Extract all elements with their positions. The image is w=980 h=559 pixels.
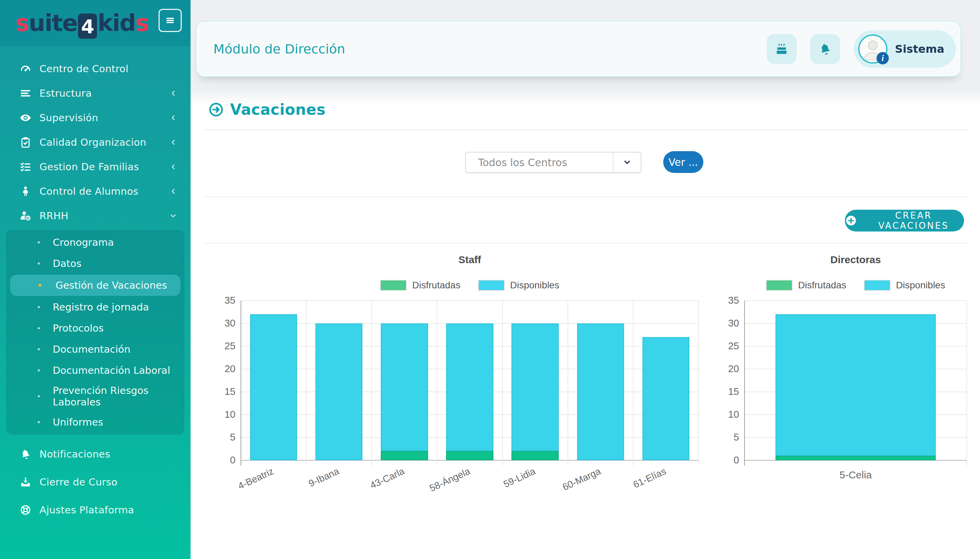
bar-disponibles-5-celia [775,314,935,455]
chevron-down-icon [169,212,178,220]
download-tray-icon [19,476,32,488]
crear-vacaciones-button[interactable]: CREAR VACACIONES [845,210,964,232]
y-axis-tick-label: 25 [715,341,739,352]
sidebar-item-ajustes-plataforma[interactable]: Ajustes Plataforma [0,499,191,521]
notifications-button[interactable] [810,34,840,64]
gridline [698,301,699,466]
logo-band: suite4kids [0,0,191,46]
gridline [744,414,967,415]
logo-text: uite [28,9,77,36]
sidebar-item-estructura[interactable]: Estructura [0,82,191,104]
bar-disfrutadas-58-ngela [446,451,493,460]
birthdays-button[interactable] [767,34,797,64]
sidebar-item-notificaciones[interactable]: Notificaciones [0,443,191,465]
avatar: i [858,35,888,64]
x-axis-tick-label: 60-Marga [561,466,602,493]
x-axis-tick-label: 59-Lidia [502,466,537,490]
arrow-circle-right-icon [208,102,230,117]
gridline [744,460,967,461]
logo-text: s [16,9,28,36]
bell-icon [818,42,832,56]
submenu-item-registro-de-jornada[interactable]: Registro de jornada [8,296,183,318]
main-content: Módulo de Dirección [191,0,980,559]
bullet-icon [38,421,40,423]
legend-entry-disponibles: Disponibles [478,280,559,291]
chevron-left-icon [169,162,178,171]
gridline [241,437,699,438]
rrhh-submenu: Cronograma Datos Gestión de Vacaciones R… [6,230,185,435]
y-axis-tick-label: 10 [212,409,236,420]
x-axis-tick-label: 61-Elías [632,466,668,490]
clipboard-check-icon [19,136,32,149]
child-icon [19,185,32,198]
bullet-icon [38,369,40,371]
bullet-icon [38,348,40,350]
submenu-item-label: Documentación [53,344,130,355]
legend-label: Disponibles [896,280,945,291]
crear-vacaciones-label: CREAR VACACIONES [863,210,964,231]
gridline [241,414,699,415]
sidebar-item-label: RRHH [40,210,68,222]
ver-button[interactable]: Ver ... [663,151,703,173]
birthday-cake-icon [774,42,789,56]
sidebar-item-supervision[interactable]: Supervisión [0,107,191,129]
sidebar-item-label: Estructura [40,88,92,99]
y-axis-tick-label: 15 [212,386,236,397]
chevron-left-icon [169,89,178,98]
divider [203,129,970,130]
submenu-item-gestion-de-vacaciones[interactable]: Gestión de Vacaciones [10,275,180,296]
bullet-icon [38,284,41,287]
stream-icon [19,87,32,100]
chart-canvas-directoras[interactable]: 051015202530355-Celia [744,301,967,460]
x-axis-tick-label: 9-Ibana [307,466,341,489]
sidebar-item-cierre-de-curso[interactable]: Cierre de Curso [0,471,191,493]
gridline [744,392,967,392]
gridline [371,301,372,466]
legend-swatch-disponibles [864,280,891,291]
chart-canvas-staff[interactable]: 051015202530354-Beatriz9-Ibana43-Carla58… [241,301,699,460]
chevron-down-icon [613,152,641,172]
sidebar-item-label: Cierre de Curso [40,476,117,488]
life-ring-icon [19,503,32,516]
submenu-item-protocolos[interactable]: Protocolos [8,318,183,339]
gridline [241,369,699,369]
app-logo[interactable]: suite4kids [16,9,149,37]
bar-disfrutadas-59-lidia [511,451,558,460]
gridline [744,323,967,324]
bar-disponibles-4-beatriz [250,314,297,460]
centros-select[interactable]: Todos los Centros [465,152,642,173]
plus-circle-icon [845,215,857,227]
gauge-icon [19,62,32,75]
user-clock-icon [19,209,32,222]
submenu-item-uniformes[interactable]: Uniformes [8,412,183,433]
header-actions: i Sistema [767,30,960,68]
y-axis-tick-label: 20 [715,363,739,374]
submenu-item-documentacion[interactable]: Documentación [8,339,183,360]
submenu-item-prevencion-riesgos-laborales[interactable]: Prevención Riesgos Laborales [8,381,183,412]
chart-legend-directoras: DisfrutadasDisponibles [744,280,967,291]
y-axis-tick-label: 0 [212,455,236,466]
submenu-item-label: Cronograma [53,237,114,248]
submenu-item-label: Uniformes [53,416,103,428]
gridline [744,437,967,438]
bullet-icon [38,327,40,329]
sidebar-item-control-de-alumnos[interactable]: Control de Alumnos [0,180,191,203]
legend-swatch-disfrutadas [380,280,407,291]
sidebar-item-calidad-organizacion[interactable]: Calidad Organizacion [0,131,191,154]
submenu-item-label: Datos [53,258,81,269]
submenu-item-datos[interactable]: Datos [8,253,183,274]
sidebar-toggle-button[interactable] [158,9,182,32]
sidebar-item-rrhh[interactable]: RRHH [0,205,191,227]
submenu-item-documentacion-laboral[interactable]: Documentación Laboral [8,360,183,381]
legend-swatch-disponibles [478,280,505,291]
sidebar-item-gestion-de-familias[interactable]: Gestion De Familias [0,155,191,178]
sidebar-item-centro-de-control[interactable]: Centro de Control [0,58,191,80]
y-axis-line [744,301,745,466]
gridline [568,301,568,466]
info-badge-icon: i [876,52,889,64]
user-menu[interactable]: i Sistema [854,30,956,68]
y-axis-tick-label: 5 [715,432,739,443]
section-title: Vacaciones [208,101,326,118]
submenu-item-cronograma[interactable]: Cronograma [8,232,183,253]
gridline [967,301,967,466]
